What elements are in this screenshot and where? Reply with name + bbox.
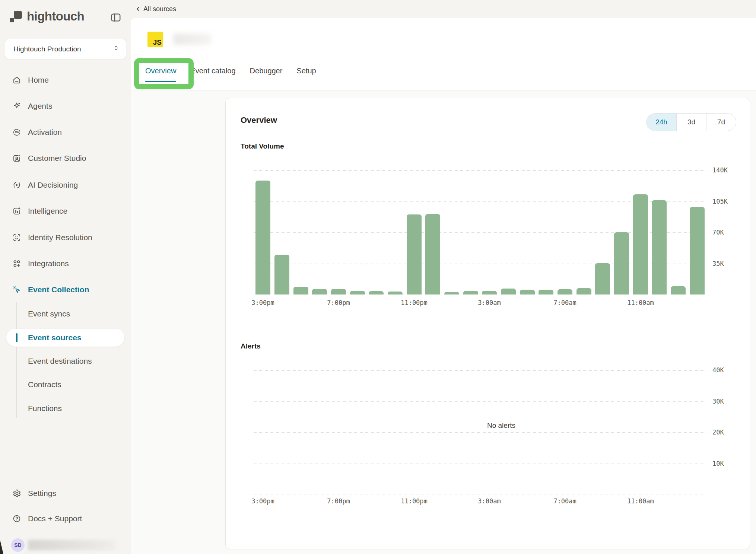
y-axis-tick: 105K [712, 197, 728, 206]
gridline-140K [254, 170, 706, 171]
volume-bar-4:00pm [274, 255, 289, 294]
gridline-20K [254, 432, 706, 433]
volume-bar-7:00am [558, 289, 572, 294]
updown-chevron-icon [112, 44, 120, 54]
y-axis-tick: 40K [712, 365, 724, 375]
x-axis-tick: 3:00am [478, 497, 501, 505]
y-axis-tick: 30K [712, 397, 724, 406]
gridline-baseline [254, 494, 706, 494]
sidebar-item-identity-resolution[interactable]: Identity Resolution [0, 229, 131, 246]
hightouch-logo: hightouch [9, 8, 84, 25]
total-volume-chart[interactable]: 35K70K105K140K3:00pm7:00pm11:00pm3:00am7… [254, 161, 706, 294]
user-menu[interactable]: SD [11, 538, 115, 552]
volume-bar-8:00pm [350, 291, 365, 294]
customer-studio-icon [12, 154, 21, 163]
sidebar-collapse-button[interactable] [109, 12, 123, 25]
breadcrumb-label: All sources [143, 5, 176, 13]
x-axis-tick: 11:00pm [401, 497, 428, 505]
hightouch-logo-icon [9, 10, 23, 23]
volume-bar-12:00am [425, 214, 440, 294]
volume-bar-11:00pm [407, 214, 422, 294]
panel-content: Overview 24h3d7d Total Volume 35K70K105K… [131, 91, 756, 554]
user-name-redacted [28, 540, 115, 550]
x-axis-tick: 3:00am [478, 299, 501, 306]
x-axis-tick: 7:00am [553, 299, 576, 306]
sidebar-item-event-collection[interactable]: Event Collection [0, 281, 131, 299]
volume-bar-2:00am [463, 291, 478, 294]
volume-bar-1:00pm [671, 286, 686, 294]
y-axis-tick: 35K [712, 259, 724, 268]
y-axis-tick: 70K [712, 227, 724, 237]
app-root: hightouch Hightouch Production HomeAgent… [0, 0, 756, 554]
activation-icon [12, 128, 21, 137]
breadcrumb-back-link[interactable]: All sources [135, 4, 176, 14]
volume-bar-6:00am [539, 290, 553, 294]
sidebar-subitem-event-sources[interactable]: Event sources [6, 329, 124, 347]
help-icon [12, 514, 21, 523]
sidebar-item-agents[interactable]: Agents [0, 97, 131, 115]
integrations-icon [12, 259, 21, 268]
source-name-redacted [174, 34, 211, 45]
main-panel: JS OverviewEvent catalogDebuggerSetup Ov… [131, 18, 756, 554]
volume-bar-10:00pm [388, 292, 403, 294]
volume-bar-12:00pm [652, 200, 667, 294]
card-title: Overview [241, 115, 277, 125]
sidebar-item-docs-support[interactable]: Docs + Support [0, 510, 131, 528]
range-button-3d[interactable]: 3d [676, 114, 706, 131]
volume-bar-7:00pm [331, 289, 346, 294]
gridline-40K [254, 370, 706, 371]
sidebar-item-ai-decisioning[interactable]: AI Decisioning [0, 176, 131, 194]
tab-overview[interactable]: Overview [145, 66, 176, 76]
volume-bar-4:00am [501, 289, 516, 294]
sidebar-subitem-event-syncs[interactable]: Event syncs [0, 305, 131, 323]
volume-bar-9:00am [595, 263, 610, 294]
range-button-7d[interactable]: 7d [706, 114, 736, 131]
sidebar-item-settings[interactable]: Settings [0, 484, 131, 502]
x-axis-tick: 3:00pm [251, 497, 274, 505]
home-icon [12, 76, 21, 85]
sidebar-item-home[interactable]: Home [0, 71, 131, 89]
volume-bar-6:00pm [312, 289, 327, 294]
avatar[interactable]: SD [11, 538, 25, 552]
total-volume-label: Total Volume [241, 142, 284, 150]
x-axis-tick: 11:00am [627, 299, 654, 306]
x-axis-tick: 7:00am [553, 497, 576, 505]
sidebar-item-customer-studio[interactable]: Customer Studio [0, 149, 131, 167]
sidebar-item-integrations[interactable]: Integrations [0, 255, 131, 273]
volume-bar-9:00pm [369, 291, 384, 294]
range-button-24h[interactable]: 24h [647, 114, 676, 131]
event-collection-icon [12, 285, 21, 294]
volume-bar-3:00pm [255, 181, 270, 294]
ai-decisioning-icon [12, 181, 21, 190]
sidebar-item-intelligence[interactable]: Intelligence [0, 202, 131, 220]
volume-bar-5:00am [520, 290, 535, 294]
x-axis-tick: 11:00pm [401, 299, 428, 306]
workspace-selector[interactable]: Hightouch Production [5, 39, 126, 59]
chevron-left-icon [135, 6, 142, 12]
logo-text: hightouch [27, 9, 84, 23]
identity-resolution-icon [12, 233, 21, 242]
sidebar-subitem-event-destinations[interactable]: Event destinations [0, 352, 131, 370]
tab-debugger[interactable]: Debugger [250, 66, 283, 76]
tab-setup[interactable]: Setup [296, 66, 316, 76]
volume-bar-1:00am [444, 292, 459, 294]
volume-bar-8:00am [576, 288, 591, 294]
sidebar: hightouch Hightouch Production HomeAgent… [0, 0, 131, 554]
workspace-name: Hightouch Production [13, 45, 81, 53]
volume-bar-5:00pm [293, 287, 308, 294]
x-axis-tick: 7:00pm [327, 299, 350, 306]
volume-bar-10:00am [614, 232, 629, 294]
overview-card: Overview 24h3d7d Total Volume 35K70K105K… [225, 98, 750, 549]
sidebar-subitem-functions[interactable]: Functions [0, 399, 131, 417]
gridline-10K [254, 464, 706, 464]
tab-event-catalog[interactable]: Event catalog [190, 66, 235, 76]
volume-bar-2:00pm [690, 207, 705, 294]
sidebar-item-activation[interactable]: Activation [0, 123, 131, 141]
gear-icon [12, 489, 21, 498]
sidebar-subitem-contracts[interactable]: Contracts [0, 376, 131, 394]
intelligence-icon [12, 207, 21, 216]
x-axis-tick: 3:00pm [251, 299, 274, 306]
volume-bar-11:00am [633, 194, 648, 294]
x-axis-tick: 7:00pm [327, 497, 350, 505]
y-axis-tick: 10K [712, 459, 724, 468]
